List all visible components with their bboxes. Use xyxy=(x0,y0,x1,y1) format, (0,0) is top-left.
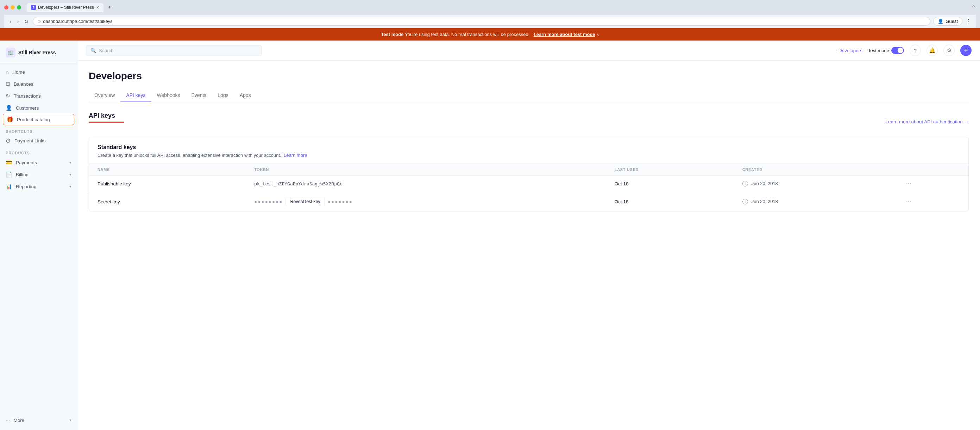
test-mode-toggle[interactable]: Test mode xyxy=(868,47,904,54)
col-header-actions xyxy=(897,164,968,176)
mask-dots-after: ●●●●●●● xyxy=(328,199,353,205)
sidebar-item-more[interactable]: ··· More ▾ xyxy=(0,414,77,426)
more-icon: ··· xyxy=(6,417,10,423)
tab-overview[interactable]: Overview xyxy=(89,89,120,102)
key-actions-cell: ··· xyxy=(897,192,968,211)
search-bar[interactable]: 🔍 Search xyxy=(86,45,262,56)
settings-button[interactable]: ⚙ xyxy=(943,45,955,56)
url-bar[interactable]: ⊙ dashboard.stripe.com/test/apikeys xyxy=(33,17,931,26)
tab-apps[interactable]: Apps xyxy=(234,89,257,102)
test-mode-label: Test mode xyxy=(381,32,403,37)
search-icon: 🔍 xyxy=(91,48,96,53)
active-browser-tab[interactable]: S Developers – Still River Press ✕ xyxy=(27,3,103,12)
billing-icon: 📄 xyxy=(6,171,12,177)
sidebar-item-transactions[interactable]: ↻ Transactions xyxy=(0,90,77,102)
learn-more-api-auth-link[interactable]: Learn more about API authentication → xyxy=(886,119,969,125)
api-keys-section-title: API keys xyxy=(89,112,124,131)
browser-tab-bar: S Developers – Still River Press ✕ + xyxy=(27,3,115,12)
test-banner-message: You're using test data. No real transact… xyxy=(405,32,530,37)
browser-more-button[interactable]: ⋮ xyxy=(965,18,972,26)
sidebar-item-payment-links[interactable]: ⏱ Payment Links xyxy=(0,135,77,147)
api-keys-table-header: NAME TOKEN LAST USED CREATED xyxy=(89,164,968,176)
main-content: 🔍 Search Developers Test mode ? 🔔 xyxy=(78,40,980,430)
col-header-token: TOKEN xyxy=(246,164,606,176)
brand-icon: 🏢 xyxy=(6,48,16,58)
close-window-button[interactable] xyxy=(4,5,8,10)
external-link-icon: ⎋ xyxy=(597,32,599,37)
balances-icon: ⊟ xyxy=(6,81,10,87)
mask-dots: ●●●●●●●● xyxy=(254,199,283,205)
tab-api-keys[interactable]: API keys xyxy=(120,89,151,102)
key-name-cell: Secret key xyxy=(89,192,246,211)
sidebar-item-reporting[interactable]: 📊 Reporting ▾ xyxy=(0,181,77,192)
reveal-test-key-button[interactable]: Reveal test key xyxy=(285,197,325,206)
sidebar-item-balances[interactable]: ⊟ Balances xyxy=(0,78,77,90)
section-title-underline xyxy=(89,121,124,123)
row-more-actions-button[interactable]: ··· xyxy=(906,181,912,187)
key-created-cell: i Jun 20, 2018 xyxy=(734,176,897,192)
standard-keys-learn-more-link[interactable]: Learn more xyxy=(284,153,307,158)
key-name-cell: Publishable key xyxy=(89,176,246,192)
toggle-track[interactable] xyxy=(891,47,904,54)
main-header: 🔍 Search Developers Test mode ? 🔔 xyxy=(78,40,980,61)
api-keys-table: NAME TOKEN LAST USED CREATED Publishable… xyxy=(89,163,968,211)
gear-icon: ⚙ xyxy=(947,47,951,54)
brand-name: Still River Press xyxy=(18,50,56,55)
key-actions-cell: ··· xyxy=(897,176,968,192)
notifications-button[interactable]: 🔔 xyxy=(926,45,938,56)
row-more-actions-button[interactable]: ··· xyxy=(906,198,912,205)
bell-icon: 🔔 xyxy=(929,47,935,54)
help-icon: ? xyxy=(914,48,916,54)
minimize-window-button[interactable] xyxy=(11,5,15,10)
add-button[interactable]: + xyxy=(960,45,972,56)
sidebar-item-billing[interactable]: 📄 Billing ▾ xyxy=(0,168,77,181)
reporting-icon: 📊 xyxy=(6,183,12,190)
key-token-cell: ●●●●●●●● Reveal test key ●●●●●●● xyxy=(246,192,606,211)
tab-webhooks[interactable]: Webhooks xyxy=(151,89,186,102)
key-last-used-cell: Oct 18 xyxy=(606,192,734,211)
sidebar-item-label: Product catalog xyxy=(17,117,50,122)
help-button[interactable]: ? xyxy=(910,45,921,56)
search-placeholder: Search xyxy=(99,48,113,53)
standard-keys-title: Standard keys xyxy=(97,144,960,150)
page-title: Developers xyxy=(89,70,969,82)
maximize-window-button[interactable] xyxy=(17,5,21,10)
key-last-used-cell: Oct 18 xyxy=(606,176,734,192)
browser-collapse-button[interactable]: ⌃ xyxy=(971,4,976,11)
payments-icon: 💳 xyxy=(6,159,12,166)
guest-profile-button[interactable]: 👤 Guest xyxy=(933,17,963,26)
sidebar-item-label: Billing xyxy=(16,172,29,177)
browser-chrome: S Developers – Still River Press ✕ + ⌃ ‹… xyxy=(0,0,980,28)
standard-keys-description: Create a key that unlocks full API acces… xyxy=(97,153,960,158)
sidebar-item-label: More xyxy=(14,418,25,423)
new-tab-button[interactable]: + xyxy=(105,3,115,12)
transactions-icon: ↻ xyxy=(6,93,10,99)
info-icon: i xyxy=(742,199,748,205)
developers-nav-link[interactable]: Developers xyxy=(838,48,862,53)
tab-favicon: S xyxy=(31,5,36,10)
col-header-created: CREATED xyxy=(734,164,897,176)
sidebar-item-home[interactable]: ⌂ Home xyxy=(0,66,77,78)
reload-button[interactable]: ↻ xyxy=(23,17,30,26)
plus-icon: + xyxy=(964,46,968,54)
tab-logs[interactable]: Logs xyxy=(212,89,234,102)
chevron-down-icon: ▾ xyxy=(69,160,72,165)
chevron-down-icon: ▾ xyxy=(69,184,72,189)
page-tabs: Overview API keys Webhooks Events Logs A… xyxy=(89,89,969,102)
shortcuts-section-label: Shortcuts xyxy=(0,125,77,135)
table-row: Secret key ●●●●●●●● Reveal test key ●●●●… xyxy=(89,192,968,211)
learn-more-test-mode-link[interactable]: Learn more about test mode xyxy=(534,32,595,37)
sidebar-item-customers[interactable]: 👤 Customers xyxy=(0,102,77,114)
sidebar-item-label: Reporting xyxy=(16,184,37,189)
forward-button[interactable]: › xyxy=(16,17,21,26)
back-button[interactable]: ‹ xyxy=(8,17,13,26)
tab-close-button[interactable]: ✕ xyxy=(96,5,99,10)
masked-token: ●●●●●●●● Reveal test key ●●●●●●● xyxy=(254,197,353,206)
browser-toolbar: ‹ › ↻ ⊙ dashboard.stripe.com/test/apikey… xyxy=(4,15,976,28)
payment-links-icon: ⏱ xyxy=(6,138,11,144)
tab-events[interactable]: Events xyxy=(186,89,212,102)
sidebar-item-payments[interactable]: 💳 Payments ▾ xyxy=(0,157,77,168)
sidebar-item-product-catalog[interactable]: 🎁 Product catalog ← xyxy=(3,114,74,125)
key-token-cell: pk_test_hZFYGaBpYdraSagjw5X2RpQc xyxy=(246,176,606,192)
col-header-name: NAME xyxy=(89,164,246,176)
